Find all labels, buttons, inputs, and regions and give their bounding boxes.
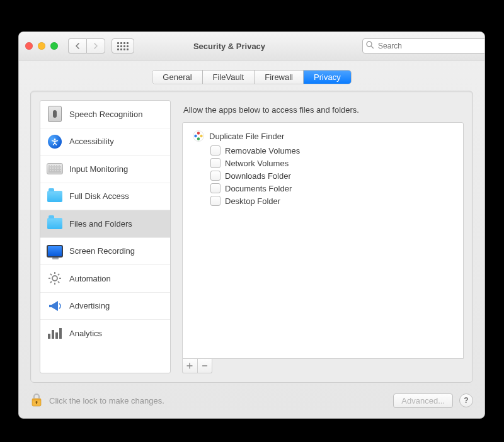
sidebar-item-advertising[interactable]: Advertising	[40, 293, 170, 320]
gear-icon	[47, 270, 63, 286]
sidebar-item-label: Files and Folders	[69, 219, 132, 229]
sidebar-item-label: Speech Recognition	[69, 110, 142, 119]
svg-rect-20	[36, 402, 37, 404]
accessibility-icon	[47, 133, 63, 150]
tab-general[interactable]: General	[152, 71, 202, 84]
permission-row[interactable]: Downloads Folder	[210, 171, 453, 181]
checkbox[interactable]	[210, 171, 220, 181]
keyboard-icon	[47, 161, 63, 177]
privacy-sidebar[interactable]: Speech Recognition Accessibility Input M…	[40, 100, 171, 373]
svg-point-2	[54, 139, 56, 140]
svg-rect-18	[32, 399, 41, 400]
sidebar-item-accessibility[interactable]: Accessibility	[40, 128, 170, 156]
list-controls	[182, 359, 212, 373]
lock-area[interactable]: Click the lock to make changes.	[30, 392, 164, 409]
app-row[interactable]: Duplicate File Finder	[193, 130, 453, 142]
permission-row[interactable]: Documents Folder	[210, 183, 453, 193]
tab-privacy[interactable]: Privacy	[304, 71, 351, 84]
permission-row[interactable]: Desktop Folder	[210, 196, 453, 206]
bar-chart-icon	[47, 325, 63, 341]
megaphone-icon	[47, 298, 63, 314]
sidebar-item-label: Analytics	[69, 329, 102, 338]
chevron-right-icon	[93, 43, 98, 49]
microphone-icon	[47, 106, 63, 122]
svg-line-8	[50, 274, 52, 275]
sidebar-item-label: Automation	[69, 274, 111, 283]
svg-line-1	[371, 46, 374, 48]
sidebar-item-label: Accessibility	[69, 137, 114, 146]
permission-label: Downloads Folder	[225, 171, 291, 181]
sidebar-item-analytics[interactable]: Analytics	[40, 320, 170, 347]
folder-icon	[47, 215, 63, 232]
svg-point-3	[52, 276, 57, 281]
sidebar-item-full-disk-access[interactable]: Full Disk Access	[40, 183, 170, 211]
search-icon	[365, 40, 374, 51]
permission-label: Desktop Folder	[225, 196, 280, 206]
main-panel: Speech Recognition Accessibility Input M…	[30, 91, 473, 383]
sidebar-item-screen-recording[interactable]: Screen Recording	[40, 238, 170, 266]
lock-text: Click the lock to make changes.	[49, 396, 164, 405]
lock-icon	[30, 392, 43, 409]
tab-bar: General FileVault Firewall Privacy	[19, 70, 484, 84]
plus-icon	[186, 363, 193, 369]
sidebar-item-label: Full Disk Access	[69, 191, 129, 201]
tab-firewall[interactable]: Firewall	[255, 71, 304, 84]
sidebar-item-label: Screen Recording	[69, 246, 135, 256]
checkbox[interactable]	[210, 158, 220, 168]
right-pane: Allow the apps below to access files and…	[182, 100, 464, 373]
chevron-left-icon	[75, 43, 80, 49]
svg-line-9	[58, 281, 59, 283]
close-window-button[interactable]	[25, 42, 33, 50]
app-icon	[193, 130, 204, 142]
permission-list: Removable Volumes Network Volumes Downlo…	[210, 145, 453, 206]
add-button[interactable]	[183, 359, 198, 373]
advanced-button[interactable]: Advanced...	[393, 394, 453, 408]
preferences-window: Security & Privacy General FileVault Fir…	[18, 31, 485, 419]
remove-button[interactable]	[198, 359, 212, 373]
tab-filevault[interactable]: FileVault	[203, 71, 255, 84]
sidebar-item-label: Advertising	[69, 301, 110, 310]
sidebar-item-speech-recognition[interactable]: Speech Recognition	[40, 101, 170, 128]
permission-row[interactable]: Network Volumes	[210, 158, 453, 168]
svg-line-11	[58, 274, 59, 275]
folder-icon	[47, 188, 63, 205]
svg-point-13	[197, 132, 200, 134]
permission-row[interactable]: Removable Volumes	[210, 145, 453, 156]
permission-label: Documents Folder	[225, 184, 292, 193]
window-title: Security & Privacy	[103, 42, 356, 51]
monitor-icon	[47, 243, 63, 259]
traffic-lights	[25, 42, 58, 50]
search-input[interactable]	[362, 38, 485, 54]
sidebar-item-input-monitoring[interactable]: Input Monitoring	[40, 156, 170, 183]
zoom-window-button[interactable]	[50, 42, 58, 50]
sidebar-item-label: Input Monitoring	[69, 164, 128, 174]
nav-buttons	[68, 38, 105, 54]
back-button[interactable]	[68, 38, 86, 54]
svg-point-16	[194, 135, 197, 137]
checkbox[interactable]	[210, 183, 220, 193]
checkbox[interactable]	[210, 145, 220, 156]
sidebar-item-files-and-folders[interactable]: Files and Folders	[40, 210, 170, 238]
permission-label: Removable Volumes	[225, 146, 300, 156]
permission-label: Network Volumes	[225, 159, 289, 168]
checkbox[interactable]	[210, 196, 220, 206]
app-name: Duplicate File Finder	[209, 132, 284, 141]
footer: Click the lock to make changes. Advanced…	[19, 383, 484, 418]
svg-line-10	[50, 281, 52, 283]
app-list[interactable]: Duplicate File Finder Removable Volumes …	[182, 122, 464, 359]
minimize-window-button[interactable]	[38, 42, 45, 50]
sidebar-item-automation[interactable]: Automation	[40, 265, 170, 293]
svg-point-14	[200, 135, 202, 137]
titlebar: Security & Privacy	[19, 32, 484, 60]
pane-description: Allow the apps below to access files and…	[183, 105, 464, 115]
segmented-tabs: General FileVault Firewall Privacy	[152, 70, 351, 84]
svg-point-15	[197, 137, 200, 140]
help-button[interactable]: ?	[459, 394, 473, 407]
search-field-wrap	[362, 38, 478, 54]
minus-icon	[202, 363, 208, 369]
